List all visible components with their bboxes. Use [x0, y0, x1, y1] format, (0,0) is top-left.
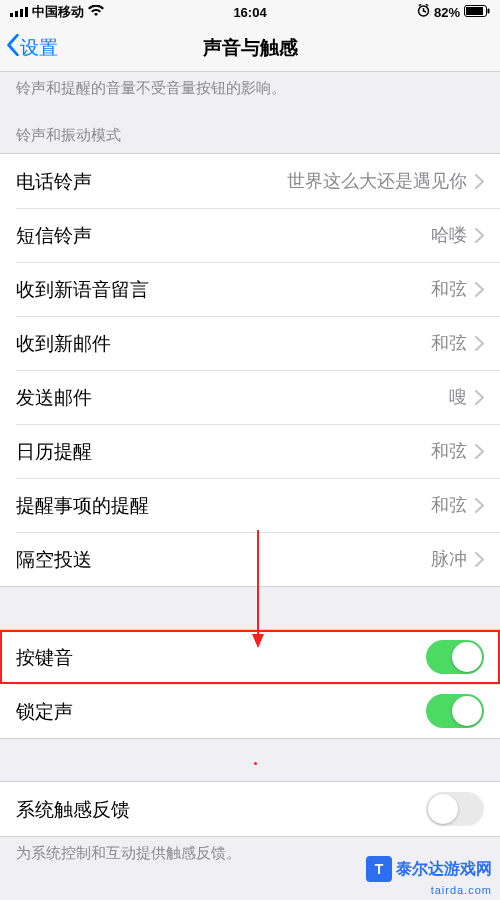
watermark-text: 泰尔达游戏网: [396, 859, 492, 880]
battery-pct: 82%: [434, 5, 460, 20]
row-label: 隔空投送: [16, 547, 92, 572]
haptics-group: 系统触感反馈: [0, 781, 500, 837]
ringtone-section-header: 铃声和振动模式: [0, 108, 500, 153]
status-left: 中国移动: [10, 3, 104, 21]
watermark: T 泰尔达游戏网: [366, 856, 492, 882]
carrier-label: 中国移动: [32, 3, 84, 21]
volume-hint: 铃声和提醒的音量不受音量按钮的影响。: [0, 72, 500, 108]
row-label: 收到新邮件: [16, 331, 111, 356]
ringtone-row[interactable]: 隔空投送脉冲: [0, 532, 500, 586]
svg-rect-3: [25, 7, 28, 17]
ringtone-row[interactable]: 发送邮件嗖: [0, 370, 500, 424]
chevron-right-icon: [475, 282, 484, 297]
back-label: 设置: [20, 35, 58, 61]
svg-rect-2: [20, 9, 23, 17]
status-right: 82%: [417, 4, 490, 20]
svg-rect-6: [466, 7, 483, 15]
lock-sound-toggle[interactable]: [426, 694, 484, 728]
row-label: 电话铃声: [16, 169, 92, 194]
row-value: 世界这么大还是遇见你: [287, 169, 467, 193]
row-label: 锁定声: [16, 699, 73, 724]
row-value: 和弦: [431, 331, 467, 355]
wifi-icon: [88, 5, 104, 20]
ringtone-row[interactable]: 日历提醒和弦: [0, 424, 500, 478]
keyboard-clicks-toggle[interactable]: [426, 640, 484, 674]
chevron-right-icon: [475, 444, 484, 459]
svg-rect-0: [10, 13, 13, 17]
keyboard-clicks-toggle-row: 按键音: [0, 630, 500, 684]
row-value: 脉冲: [431, 547, 467, 571]
ringtone-row[interactable]: 收到新邮件和弦: [0, 316, 500, 370]
chevron-right-icon: [475, 390, 484, 405]
ringtone-row[interactable]: 电话铃声世界这么大还是遇见你: [0, 154, 500, 208]
row-value: 和弦: [431, 493, 467, 517]
row-label: 提醒事项的提醒: [16, 493, 149, 518]
ringtone-row[interactable]: 提醒事项的提醒和弦: [0, 478, 500, 532]
system-haptics-toggle[interactable]: [426, 792, 484, 826]
battery-icon: [464, 5, 490, 20]
chevron-right-icon: [475, 336, 484, 351]
row-value: 哈喽: [431, 223, 467, 247]
chevron-right-icon: [475, 498, 484, 513]
row-label: 日历提醒: [16, 439, 92, 464]
switch-group: 按键音锁定声: [0, 629, 500, 739]
lock-sound-toggle-row: 锁定声: [0, 684, 500, 738]
row-label: 系统触感反馈: [16, 797, 130, 822]
status-time: 16:04: [233, 5, 266, 20]
chevron-right-icon: [475, 228, 484, 243]
chevron-left-icon: [6, 34, 20, 61]
status-bar: 中国移动 16:04 82%: [0, 0, 500, 24]
alarm-icon: [417, 4, 430, 20]
row-label: 按键音: [16, 645, 73, 670]
row-value: 和弦: [431, 277, 467, 301]
watermark-sub: tairda.com: [431, 884, 492, 896]
svg-rect-7: [488, 8, 490, 13]
ringtone-row[interactable]: 短信铃声哈喽: [0, 208, 500, 262]
chevron-right-icon: [475, 552, 484, 567]
ringtone-group: 电话铃声世界这么大还是遇见你短信铃声哈喽收到新语音留言和弦收到新邮件和弦发送邮件…: [0, 153, 500, 587]
ringtone-row[interactable]: 收到新语音留言和弦: [0, 262, 500, 316]
svg-rect-1: [15, 11, 18, 17]
nav-bar: 设置 声音与触感: [0, 24, 500, 72]
system-haptics-toggle-row: 系统触感反馈: [0, 782, 500, 836]
watermark-logo-icon: T: [366, 856, 392, 882]
back-button[interactable]: 设置: [0, 34, 58, 61]
annotation-dot: [254, 762, 257, 765]
row-label: 发送邮件: [16, 385, 92, 410]
row-label: 短信铃声: [16, 223, 92, 248]
row-label: 收到新语音留言: [16, 277, 149, 302]
chevron-right-icon: [475, 174, 484, 189]
page-title: 声音与触感: [203, 35, 298, 61]
row-value: 嗖: [449, 385, 467, 409]
signal-icon: [10, 5, 28, 20]
row-value: 和弦: [431, 439, 467, 463]
